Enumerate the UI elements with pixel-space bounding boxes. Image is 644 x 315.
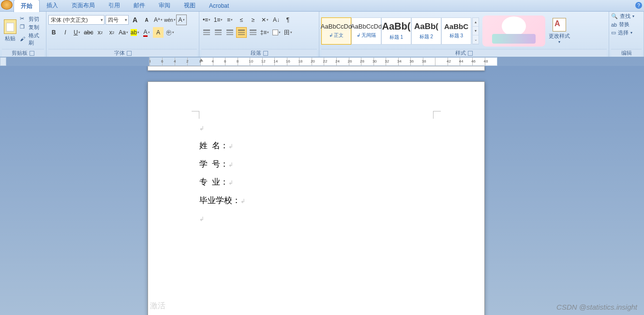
- enclose-char-button[interactable]: ㊥: [165, 27, 175, 38]
- tab-insert[interactable]: 插入: [40, 0, 65, 12]
- align-left-button[interactable]: [201, 27, 212, 38]
- replace-button[interactable]: ab替换: [611, 21, 629, 28]
- editing-group-label: 编辑: [621, 49, 632, 57]
- style-card-2[interactable]: AaBb(标题 1: [381, 17, 411, 45]
- copy-icon: ❐: [20, 24, 27, 31]
- align-right-button[interactable]: [225, 27, 235, 38]
- margin-corner-tl: [192, 111, 199, 119]
- para-mark-icon: ↲: [199, 125, 204, 132]
- paste-label: 粘贴: [5, 35, 15, 42]
- document-page[interactable]: ↲ 姓名：↲ 学号：↲ 专业：↲ 毕业学校：↲ ↲: [148, 81, 485, 315]
- format-painter-button[interactable]: 🖌格式刷: [20, 32, 44, 47]
- ribbon-tabs: 开始 插入 页面布局 引用 邮件 审阅 视图 Acrobat: [0, 0, 644, 12]
- bold-button[interactable]: B: [48, 27, 59, 38]
- paste-button[interactable]: 粘贴: [2, 19, 18, 42]
- select-label: 选择: [618, 29, 629, 36]
- horizontal-ruler[interactable]: 8642 24681012141618202224262830323436384…: [149, 57, 497, 66]
- shading-para-button[interactable]: [271, 27, 282, 38]
- underline-button[interactable]: U: [72, 27, 82, 38]
- text-name-2: 名：: [212, 141, 228, 150]
- font-launcher[interactable]: [127, 51, 132, 56]
- replace-label: 替换: [619, 21, 629, 28]
- align-distribute-button[interactable]: [248, 27, 258, 38]
- cut-label: 剪切: [29, 16, 39, 23]
- brush-icon: 🖌: [20, 36, 27, 43]
- text-id-1: 学: [199, 159, 212, 169]
- change-styles-label: 更改样式: [549, 32, 570, 40]
- font-group-label: 字体: [114, 49, 125, 57]
- sort-button[interactable]: A↓: [271, 15, 282, 25]
- office-button[interactable]: [1, 0, 13, 10]
- clipboard-group-label: 剪贴板: [12, 49, 28, 57]
- find-label: 查找: [620, 13, 630, 20]
- decrease-indent-button[interactable]: ≤: [236, 15, 247, 25]
- highlight-button[interactable]: ab: [130, 27, 140, 38]
- document-workarea: ↲ 姓名：↲ 学号：↲ 专业：↲ 毕业学校：↲ ↲: [0, 66, 644, 315]
- tab-layout[interactable]: 页面布局: [65, 0, 102, 12]
- styles-launcher[interactable]: [468, 51, 473, 56]
- ribbon: 粘贴 ✂剪切 ❐复制 🖌格式刷 剪贴板 宋体 (中文正文) 四号 A A Aᵃ …: [0, 12, 644, 57]
- char-border-button[interactable]: A: [176, 15, 187, 25]
- tab-selector[interactable]: [0, 57, 6, 66]
- para-group-label: 段落: [251, 49, 261, 57]
- text-major-1: 专: [199, 177, 212, 187]
- clipboard-launcher[interactable]: [30, 51, 34, 56]
- numbering-button[interactable]: 1≡: [213, 15, 224, 25]
- font-size-combo[interactable]: 四号: [105, 15, 129, 25]
- line-spacing-button[interactable]: ‡≡: [259, 27, 270, 38]
- change-styles-icon: [553, 18, 566, 32]
- document-content[interactable]: ↲ 姓名：↲ 学号：↲ 专业：↲ 毕业学校：↲ ↲: [199, 119, 433, 227]
- activate-watermark: 激活: [150, 301, 165, 311]
- change-styles-button[interactable]: 更改样式▾: [549, 18, 570, 44]
- ruler-row: 8642 24681012141618202224262830323436384…: [0, 57, 644, 66]
- cut-button[interactable]: ✂剪切: [20, 16, 44, 23]
- first-line-indent-marker[interactable]: [199, 58, 203, 62]
- style-card-0[interactable]: AaBbCcDd↲ 正文: [321, 17, 351, 45]
- style-card-4[interactable]: AaBbC标题 3: [441, 17, 471, 45]
- copy-button[interactable]: ❐复制: [20, 24, 44, 31]
- increase-indent-button[interactable]: ≥: [248, 15, 258, 25]
- italic-button[interactable]: I: [60, 27, 71, 38]
- grow-font-button[interactable]: A: [130, 15, 140, 25]
- font-color-button[interactable]: A: [141, 27, 152, 38]
- tab-references[interactable]: 引用: [102, 0, 127, 12]
- borders-para-button[interactable]: 田: [283, 27, 293, 38]
- align-justify-button[interactable]: [236, 27, 247, 38]
- text-major-2: 业：: [212, 177, 228, 187]
- align-center-button[interactable]: [213, 27, 224, 38]
- font-name-combo[interactable]: 宋体 (中文正文): [48, 15, 105, 25]
- styles-group-label: 样式: [455, 49, 466, 57]
- show-marks-button[interactable]: ¶: [283, 15, 293, 25]
- find-button[interactable]: 🔍查找▾: [611, 13, 634, 20]
- phonetic-guide-button[interactable]: wén: [165, 15, 175, 25]
- char-shading-button[interactable]: A: [153, 27, 164, 38]
- tab-review[interactable]: 审阅: [152, 0, 177, 12]
- decorative-mascot: [480, 16, 548, 47]
- change-case-button[interactable]: Aa: [118, 27, 129, 38]
- csdn-watermark: CSDN @statistics.insight: [556, 303, 637, 311]
- style-card-1[interactable]: AaBbCcDd↲ 无间隔: [351, 17, 381, 45]
- bullets-button[interactable]: •≡: [201, 15, 212, 25]
- paste-icon: [4, 19, 16, 34]
- shrink-font-button[interactable]: A: [141, 15, 152, 25]
- tab-view[interactable]: 视图: [177, 0, 202, 12]
- clear-formatting-button[interactable]: Aᵃ: [153, 15, 164, 25]
- previous-page-edge: [148, 66, 485, 71]
- asian-layout-button[interactable]: ✕: [259, 15, 270, 25]
- tab-home[interactable]: 开始: [14, 0, 40, 12]
- scissors-icon: ✂: [20, 16, 27, 22]
- tab-acrobat[interactable]: Acrobat: [202, 0, 236, 11]
- strikethrough-button[interactable]: abc: [83, 27, 94, 38]
- style-gallery-scroll[interactable]: ▴▾⌄: [472, 17, 479, 45]
- select-icon: ▭: [611, 30, 616, 36]
- subscript-button[interactable]: x2: [95, 27, 105, 38]
- superscript-button[interactable]: x2: [106, 27, 117, 38]
- tab-mail[interactable]: 邮件: [127, 0, 152, 12]
- help-icon[interactable]: ?: [635, 2, 642, 9]
- margin-corner-tr: [433, 111, 441, 119]
- para-launcher[interactable]: [263, 51, 268, 56]
- select-button[interactable]: ▭选择▾: [611, 29, 632, 36]
- multilevel-button[interactable]: ≡: [225, 15, 235, 25]
- style-card-3[interactable]: AaBb(标题 2: [411, 17, 441, 45]
- copy-label: 复制: [29, 24, 39, 31]
